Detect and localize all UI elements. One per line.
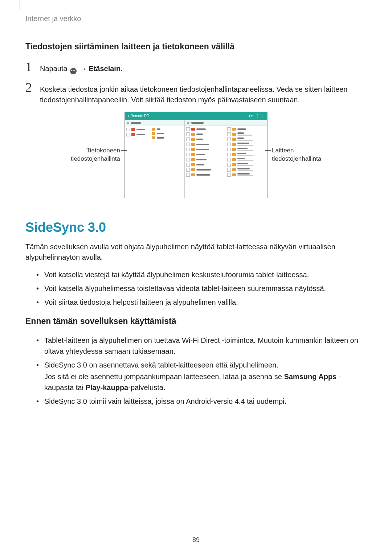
folder-icon [191, 158, 195, 161]
device-topbar: ‹ Remote PC ⟳ ⋮⋮ [125, 112, 267, 120]
checkbox-icon [227, 173, 231, 177]
section2-title: SideSync 3.0 [25, 220, 367, 235]
folder-icon [232, 153, 236, 156]
blur-text [237, 153, 246, 154]
blur-text [237, 132, 244, 134]
checkbox-icon [126, 133, 130, 136]
blur-text [237, 140, 253, 141]
blur-text [237, 163, 248, 164]
pane-header: ▭ ⋮ [185, 120, 267, 126]
checkbox-icon [227, 158, 231, 161]
blur-text [237, 145, 253, 146]
t: . [121, 65, 123, 73]
t: tiedostojenhallinta [272, 155, 321, 162]
file-list [185, 126, 267, 198]
blur-text [136, 134, 145, 135]
screenshot-figure: Tietokoneen tiedostojenhallinta ‹ Remote… [25, 112, 367, 198]
section2-sub-heading: Ennen tämän sovelluksen käyttämistä [25, 316, 367, 326]
t: → [79, 65, 89, 73]
checkbox-icon [227, 153, 231, 156]
checkbox-icon [227, 127, 231, 131]
file-row [227, 127, 266, 132]
folder-icon [191, 148, 195, 151]
t: Tietokoneen [86, 147, 120, 154]
folder-icon [131, 128, 135, 131]
file-row [186, 142, 225, 147]
section2-sub-bullets: Tablet-laitteen ja älypuhelimen on tuett… [25, 335, 367, 407]
blur-text [157, 133, 164, 134]
running-header: Internet ja verkko [25, 15, 367, 23]
file-row [186, 147, 225, 152]
file-row [186, 162, 225, 167]
step-text: Napauta ••• → Etäselain. [40, 63, 123, 74]
file-row [227, 167, 266, 172]
blur-text [196, 154, 205, 155]
t: Laitteen [272, 147, 294, 154]
checkbox-icon [227, 168, 231, 172]
t: -palvelusta. [128, 383, 165, 391]
checkbox-icon [186, 163, 190, 167]
step-list: 1 Napauta ••• → Etäselain. 2 Kosketa tie… [25, 60, 367, 105]
folder-icon [232, 133, 236, 136]
file-row [126, 127, 145, 132]
folder-icon [152, 132, 155, 135]
checkbox-icon [186, 127, 190, 131]
blur-text [196, 144, 209, 145]
checkbox-icon [227, 132, 231, 136]
blur-text [157, 128, 160, 130]
file-row [227, 152, 266, 157]
file-row [186, 127, 225, 132]
checkbox-icon [227, 138, 231, 141]
page-number: 89 [0, 536, 392, 544]
folder-icon [232, 163, 236, 166]
t: Napauta [40, 65, 69, 73]
file-list [125, 126, 184, 198]
folder-icon [232, 143, 236, 146]
blur-text [237, 148, 248, 149]
folder-icon [191, 143, 195, 146]
device-icon: ▭ [187, 121, 190, 124]
figure-label-left: Tietokoneen tiedostojenhallinta [51, 147, 120, 163]
checkbox-icon [186, 148, 190, 151]
folder-icon [232, 128, 236, 131]
t-bold: Samsung Apps [284, 373, 336, 381]
blur-text [237, 155, 253, 156]
checkbox-icon [227, 148, 231, 151]
file-row [186, 137, 225, 142]
blur-text [136, 129, 145, 130]
folder-icon [191, 138, 195, 141]
t: Jos sitä ei ole asennettu jompaankumpaan… [44, 373, 284, 381]
section2-bullets: Voit katsella viestejä tai käyttää älypu… [25, 269, 367, 308]
file-row [186, 167, 225, 172]
t-bold: Play-kauppa [85, 383, 128, 391]
blur-text [237, 160, 253, 161]
checkbox-icon [186, 138, 190, 141]
file-row [227, 157, 266, 162]
blur-text [196, 169, 211, 171]
checkbox-icon [186, 143, 190, 146]
folder-icon [232, 138, 236, 141]
folder-icon [191, 168, 195, 171]
t-bold: Etäselain [89, 65, 121, 73]
file-row [152, 131, 164, 136]
checkbox-icon [186, 168, 190, 172]
document-page: Internet ja verkko Tiedostojen siirtämin… [0, 0, 392, 554]
kebab-icon: ⋮ [262, 121, 265, 124]
list-item: Voit siirtää tiedostoja helposti laittee… [36, 297, 367, 308]
list-item: Voit katsella älypuhelimessa toistettava… [36, 283, 367, 294]
file-row [227, 142, 266, 147]
blur-text [237, 138, 244, 139]
file-row [152, 127, 164, 131]
file-row [186, 132, 225, 137]
blur-text [237, 170, 253, 171]
blur-text [131, 122, 141, 124]
checkbox-icon [126, 128, 130, 131]
blur-text [237, 175, 253, 176]
file-row [227, 162, 266, 167]
device-file-panel: ▭ ⋮ [185, 120, 267, 198]
top-rule [20, 0, 20, 10]
blur-text [196, 134, 203, 135]
folder-icon [191, 153, 195, 156]
file-row [227, 147, 266, 152]
blur-text [196, 174, 210, 176]
